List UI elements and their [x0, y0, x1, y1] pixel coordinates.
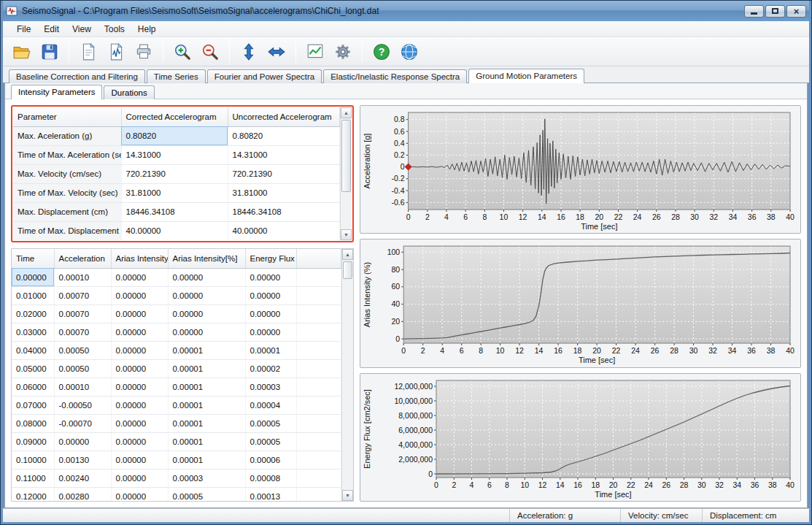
table-cell[interactable]: -0.00050 [54, 396, 111, 414]
table-cell[interactable]: 0.00000 [111, 487, 168, 501]
table-cell[interactable]: 31.81000 [121, 183, 228, 202]
table-cell[interactable]: Max. Aceleration (g) [13, 126, 121, 145]
table-row[interactable]: 0.030000.000700.000000.000000.00000 [12, 323, 341, 341]
table-cell[interactable]: 0.00000 [111, 469, 168, 487]
table-cell[interactable]: 0.00070 [54, 323, 111, 341]
table-cell[interactable]: 0.00005 [245, 432, 296, 451]
open-button[interactable] [9, 39, 35, 64]
web-button[interactable] [396, 39, 422, 64]
table-cell[interactable]: 0.80820 [228, 126, 340, 145]
menu-view[interactable]: View [66, 22, 98, 37]
menu-tools[interactable]: Tools [98, 22, 131, 37]
table-cell[interactable]: 0.00001 [168, 432, 245, 451]
subtab-durations[interactable]: Durations [104, 85, 154, 99]
vertical-scrollbar[interactable]: ▲ ▼ [341, 249, 353, 501]
table-cell[interactable]: 0.00001 [245, 341, 296, 359]
table-cell[interactable]: -0.00070 [54, 414, 111, 432]
table-row[interactable]: 0.050000.000500.000000.000010.00002 [12, 359, 341, 378]
table-cell[interactable]: 0.00013 [245, 487, 296, 501]
table-cell[interactable]: 0.00001 [168, 396, 245, 414]
column-header[interactable]: Arias Intensity[%] [168, 249, 245, 268]
table-cell[interactable] [296, 487, 341, 501]
table-cell[interactable]: 0.00000 [168, 268, 245, 286]
table-cell[interactable]: 18446.34108 [228, 202, 340, 221]
new-document-button[interactable] [75, 39, 101, 64]
table-row[interactable]: Max. Velocity (cm/sec)720.21390720.21390 [13, 164, 340, 183]
menu-help[interactable]: Help [131, 22, 163, 37]
table-cell[interactable]: 0.00280 [54, 487, 111, 501]
close-button[interactable]: × [786, 5, 806, 18]
table-row[interactable]: 0.090000.000000.000000.000010.00005 [12, 432, 341, 451]
tab-ground-motion-parameters[interactable]: Ground Motion Parameters [468, 69, 584, 83]
table-cell[interactable]: 0.00008 [245, 469, 296, 487]
arias-intensity-chart-panel[interactable]: 0246810121416182022242628303234363840100… [360, 239, 801, 367]
save-button[interactable] [36, 39, 63, 64]
table-row[interactable]: Max. Aceleration (g)0.808200.80820 [13, 126, 340, 145]
table-cell[interactable]: Time of Max. Displacement (sec) [13, 221, 121, 240]
minimize-button[interactable] [744, 5, 764, 18]
scroll-track[interactable] [342, 260, 353, 490]
table-row[interactable]: 0.110000.002400.000000.000030.00008 [12, 469, 341, 487]
table-cell[interactable]: 0.09000 [12, 432, 54, 451]
table-cell[interactable]: 0.00000 [111, 451, 168, 469]
table-cell[interactable]: 0.00000 [111, 323, 168, 341]
table-cell[interactable]: 0.00000 [245, 268, 296, 286]
vertical-scrollbar[interactable]: ▲ ▼ [340, 107, 352, 240]
table-row[interactable]: Time of Max. Displacement (sec)40.000004… [13, 221, 340, 240]
table-cell[interactable] [296, 286, 341, 304]
table-cell[interactable]: 0.00000 [111, 268, 168, 286]
chart-options-button[interactable] [302, 39, 328, 64]
table-row[interactable]: Max. Displacement (cm)18446.3410818446.3… [13, 202, 340, 221]
scroll-down-button[interactable]: ▼ [342, 490, 353, 501]
zoom-in-button[interactable] [169, 39, 196, 64]
titlebar[interactable]: SeismoSignal - C:\Program Files\SeismoSo… [3, 1, 809, 21]
table-row[interactable]: 0.100000.001300.000000.000010.00006 [12, 451, 341, 469]
table-cell[interactable]: Max. Displacement (cm) [13, 202, 121, 221]
table-cell[interactable]: 0.00070 [54, 286, 111, 304]
table-cell[interactable]: 0.00004 [245, 396, 296, 414]
table-cell[interactable]: 0.00050 [54, 341, 111, 359]
table-cell[interactable]: 0.00000 [111, 341, 168, 359]
table-cell[interactable]: 0.00240 [54, 469, 111, 487]
table-cell[interactable]: 0.00130 [54, 451, 111, 469]
table-cell[interactable]: 0.00000 [168, 304, 245, 323]
table-row[interactable]: 0.060000.000100.000000.000010.00003 [12, 378, 341, 396]
scroll-down-button[interactable]: ▼ [341, 229, 352, 240]
table-cell[interactable] [296, 341, 341, 359]
table-cell[interactable]: 0.00003 [168, 469, 245, 487]
table-cell[interactable]: Time of Max. Velocity (sec) [13, 183, 121, 202]
table-cell[interactable]: 0.00000 [111, 414, 168, 432]
table-cell[interactable]: 18446.34108 [121, 202, 228, 221]
table-cell[interactable]: 0.00000 [111, 378, 168, 396]
table-cell[interactable]: 0.06000 [12, 378, 54, 396]
table-row[interactable]: 0.08000-0.000700.000000.000010.00005 [12, 414, 341, 432]
table-cell[interactable]: 0.00000 [168, 286, 245, 304]
table-row[interactable]: 0.120000.002800.000000.000050.00013 [12, 487, 341, 501]
table-cell[interactable]: 0.00001 [168, 341, 245, 359]
table-row[interactable]: 0.010000.000700.000000.000000.00000 [12, 286, 341, 304]
table-cell[interactable]: 0.04000 [12, 341, 54, 359]
scroll-thumb[interactable] [341, 120, 351, 192]
table-cell[interactable]: 0.00000 [111, 304, 168, 323]
table-cell[interactable]: 31.81000 [228, 183, 340, 202]
table-cell[interactable]: 0.00002 [245, 359, 296, 378]
time-history-table[interactable]: TimeAccelerationArias IntensityArias Int… [12, 249, 341, 501]
table-cell[interactable]: 0.00001 [168, 414, 245, 432]
table-cell[interactable]: 0.07000 [12, 396, 54, 414]
table-cell[interactable]: 0.11000 [12, 469, 54, 487]
help-button[interactable]: ? [368, 39, 395, 64]
table-cell[interactable]: 0.00006 [245, 451, 296, 469]
table-cell[interactable]: 0.00010 [54, 268, 111, 286]
tab-time-series[interactable]: Time Series [147, 69, 206, 83]
table-cell[interactable] [296, 378, 341, 396]
scroll-track[interactable] [341, 118, 352, 229]
table-cell[interactable]: 0.00005 [245, 414, 296, 432]
table-cell[interactable]: 0.00005 [168, 487, 245, 501]
column-header[interactable] [296, 249, 341, 268]
table-cell[interactable]: 14.31000 [228, 145, 340, 164]
column-header[interactable]: Uncorrected Accelerogram [228, 107, 340, 126]
table-row[interactable]: 0.000000.000100.000000.000000.00000 [12, 268, 341, 286]
column-header[interactable]: Arias Intensity [111, 249, 168, 268]
table-cell[interactable]: 0.03000 [12, 323, 54, 341]
menu-file[interactable]: File [10, 22, 37, 37]
